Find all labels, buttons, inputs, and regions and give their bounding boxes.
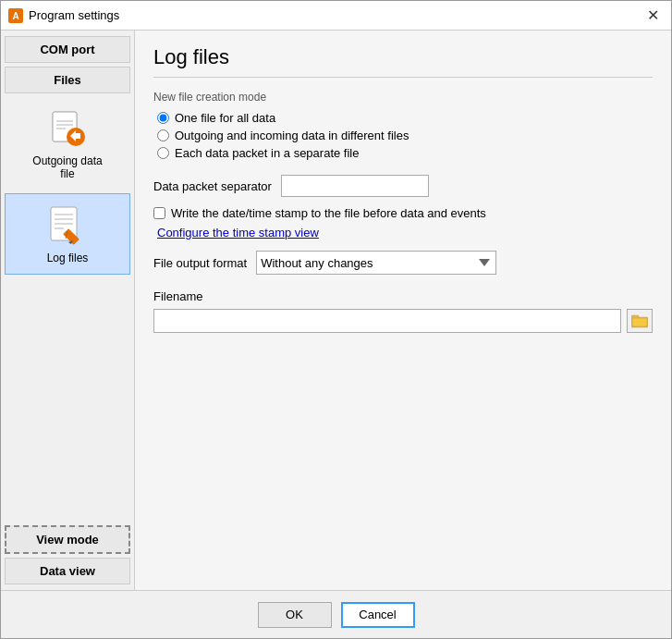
- data-view-button[interactable]: Data view: [5, 558, 130, 584]
- svg-rect-20: [632, 318, 647, 326]
- sidebar-spacer: [1, 276, 134, 523]
- format-select[interactable]: Without any changes HEX ASCII Decimal: [256, 251, 496, 275]
- timestamp-label: Write the date/time stamp to the file be…: [171, 206, 486, 220]
- title-bar-left: A Program settings: [8, 8, 119, 23]
- sidebar-item-outgoing[interactable]: Outgoing data file: [5, 97, 130, 190]
- ok-button[interactable]: OK: [258, 602, 332, 628]
- browse-button[interactable]: [627, 309, 653, 333]
- files-button[interactable]: Files: [5, 67, 130, 93]
- radio-option-2[interactable]: Outgoing and incoming data in different …: [157, 129, 653, 142]
- radio-packet-file[interactable]: [157, 147, 169, 159]
- new-file-creation-label: New file creation mode: [153, 91, 653, 104]
- configure-timestamp-link[interactable]: Configure the time stamp view: [157, 226, 653, 240]
- outgoing-label: Outgoing data file: [32, 154, 102, 180]
- logfiles-icon: [45, 203, 90, 248]
- format-label: File output format: [153, 256, 247, 270]
- program-settings-window: A Program settings ✕ COM port Files: [0, 0, 672, 639]
- main-content: Log files New file creation mode One fil…: [135, 31, 671, 590]
- radio-one-file[interactable]: [157, 112, 169, 124]
- radio-packet-file-label: Each data packet in a separate file: [175, 146, 359, 160]
- view-mode-button[interactable]: View mode: [5, 525, 130, 554]
- filename-row: [153, 309, 653, 333]
- com-port-button[interactable]: COM port: [5, 36, 130, 63]
- radio-option-3[interactable]: Each data packet in a separate file: [157, 146, 653, 160]
- separator-row: Data packet separator: [153, 175, 653, 197]
- svg-rect-9: [76, 133, 80, 139]
- sidebar: COM port Files: [1, 31, 135, 590]
- title-bar: A Program settings ✕: [1, 1, 671, 31]
- svg-text:A: A: [12, 11, 18, 21]
- logfiles-label: Log files: [47, 252, 89, 264]
- radio-group: One file for all data Outgoing and incom…: [157, 111, 653, 160]
- divider: [153, 77, 653, 78]
- checkbox-row: Write the date/time stamp to the file be…: [153, 206, 653, 220]
- window-title: Program settings: [29, 8, 119, 22]
- app-icon: A: [8, 8, 23, 23]
- radio-separate-files[interactable]: [157, 129, 169, 141]
- outgoing-icon: [45, 106, 90, 151]
- radio-option-1[interactable]: One file for all data: [157, 111, 653, 125]
- radio-one-file-label: One file for all data: [175, 111, 275, 125]
- timestamp-checkbox[interactable]: [153, 207, 165, 219]
- format-row: File output format Without any changes H…: [153, 251, 653, 275]
- body: COM port Files: [1, 31, 671, 590]
- sidebar-item-logfiles[interactable]: Log files: [5, 193, 130, 275]
- cancel-button[interactable]: Cancel: [341, 602, 415, 628]
- filename-label: Filename: [153, 289, 653, 303]
- footer: OK Cancel: [1, 590, 671, 638]
- section-title: Log files: [153, 45, 653, 69]
- filename-input[interactable]: [153, 309, 621, 333]
- close-button[interactable]: ✕: [641, 5, 664, 27]
- folder-icon: [631, 313, 648, 328]
- separator-input[interactable]: [281, 175, 429, 197]
- separator-label: Data packet separator: [153, 179, 272, 193]
- radio-separate-files-label: Outgoing and incoming data in different …: [175, 129, 409, 142]
